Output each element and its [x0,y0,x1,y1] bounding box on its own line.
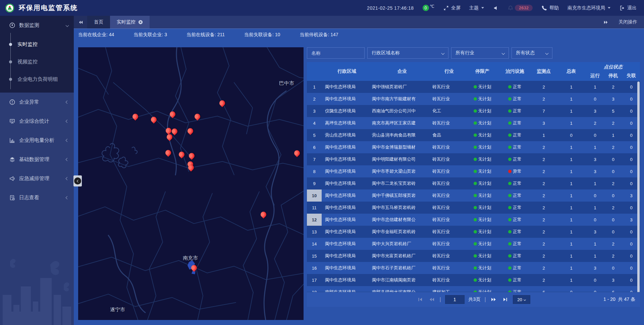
sidebar-item[interactable]: 日志查看 [0,188,74,207]
map-pin-icon[interactable] [294,150,300,156]
map-pin-icon[interactable] [166,128,172,134]
last-page-button[interactable] [501,296,509,303]
temperature-value: 0 [423,5,429,11]
sidebar-item[interactable]: 数据监测 [0,16,74,35]
table-row[interactable]: 12阆中生态环境局阆中市忠信建材有限公砖瓦行业无计划正常21003 [307,214,640,226]
page-size-select[interactable]: 20 [513,295,530,304]
sidebar-item[interactable]: 企业用电量分析 [0,131,74,150]
notification-count: 2632 [515,5,533,11]
status-dot-icon [508,218,512,221]
sidebar-subitem[interactable]: 实时监控 [0,36,74,53]
cell-monitor-points: 7 [531,105,556,117]
table-row[interactable]: 6阆中生态环境局阆中市金博瑞新型墙材砖瓦行业无计划正常21120 [307,141,640,153]
fullscreen-button[interactable]: 全屏 [443,5,461,11]
cell-region: 阆中生态环境局 [322,165,372,177]
bullet-dot-icon [9,78,12,81]
table-row[interactable]: 5营山生态环境局营山县润丰肉食品有限食品无计划正常10010 [307,129,640,141]
sidebar-item[interactable]: 企业综合统计 [0,112,74,131]
prev-page-button[interactable] [428,296,435,303]
cell-limit-production: 无计划 [466,189,499,202]
table-row[interactable]: 11阆中生态环境局阆中市五马桥页岩机砖砖瓦行业无计划正常21120 [307,202,640,214]
table-row[interactable]: 3仪陇生态环境局西南油气田分公司川中化工无计划正常71350 [307,105,640,117]
map-panel[interactable]: 巴中市南充市遂宁市 [78,47,304,320]
cell-total-meter: 1 [556,274,586,286]
chevron-down-icon [441,51,445,55]
map-pin-icon[interactable] [187,128,194,134]
column-header-region: 行政区域 [322,62,372,81]
map-pin-icon[interactable] [189,153,195,159]
map-pin-icon[interactable] [261,212,267,218]
org-dropdown[interactable]: 南充市生态环境局 [568,5,610,11]
table-row[interactable]: 17阆中生态环境局阆中市江南镇阆南页岩砖瓦行业无计划正常21030 [307,274,640,286]
table-row[interactable]: 8阆中生态环境局阆中市枣碧大梁山页岩砖瓦行业无计划异常21300 [307,165,640,177]
next-page-button[interactable] [490,296,497,303]
cell-running: 1 [586,81,604,93]
table-row[interactable]: 10阆中生态环境局阆中千佛镇五郎垭页岩砖瓦行业无计划正常21003 [307,189,640,202]
cell-company: 阆中市光富页岩机砖厂 [372,250,432,262]
cell-limit-production: 无计划 [466,153,499,165]
map-collapse-button[interactable] [73,175,82,186]
sidebar-item[interactable]: 应急减排管理 [0,169,74,188]
table-row[interactable]: 9阆中生态环境局阆中市二龙长宝页岩砖砖瓦行业无计划正常21120 [307,177,640,189]
table-row[interactable]: 1阆中生态环境局阆中强锐页岩砖厂砖瓦行业无计划正常21120 [307,81,640,93]
map-pin-icon[interactable] [195,114,201,120]
chevron-down-icon [524,298,526,301]
map-pin-icon[interactable] [151,117,157,123]
table-row[interactable]: 7阆中生态环境局阆中明阳建材有限公司砖瓦行业无计划正常21300 [307,153,640,165]
cell-industry: 砖瓦行业 [432,214,466,226]
theme-dropdown[interactable]: 主题 [469,5,484,11]
cell-monitor-points: 2 [531,262,556,274]
help-button[interactable]: 帮助 [541,5,559,11]
mute-button[interactable] [493,5,499,11]
table-row[interactable]: 4高坪生态环境局南充市高坪区王家店建砖瓦行业无计划正常31220 [307,117,640,129]
map-roads [78,47,304,320]
table-scrollbar[interactable] [637,82,640,303]
sidebar-subitem[interactable]: 企业电力负荷明细 [0,70,74,88]
tab-item[interactable]: 首页 [87,16,110,29]
table-row[interactable]: 16阆中生态环境局阆中市石子页岩机砖厂砖瓦行业无计划正常21300 [307,262,640,274]
map-pin-icon[interactable] [191,265,197,271]
first-page-button[interactable] [417,296,424,303]
tab-label: 实时监控 [117,19,136,25]
sidebar-subitem[interactable]: 视频监控 [0,53,74,70]
notification-badge[interactable]: 2632 [507,5,533,11]
chevron-down-icon [545,51,549,55]
cell-running: 3 [586,105,604,117]
table-row[interactable]: 14阆中生态环境局阆中大兴页岩机砖厂砖瓦行业无计划正常21120 [307,238,640,250]
page-number-input[interactable] [445,295,465,304]
filter-select[interactable]: 所有行业 [451,47,509,59]
tab-close-icon[interactable] [138,20,143,24]
map-pin-icon[interactable] [165,150,171,156]
map-pin-icon[interactable] [179,152,185,158]
cell-stopped: 2 [604,81,622,93]
filter-select[interactable]: 所有状态 [512,47,552,59]
table-row[interactable]: 15阆中生态环境局阆中市光富页岩机砖厂砖瓦行业无计划正常21120 [307,250,640,262]
sidebar-item[interactable]: 企业异常 [0,93,74,112]
map-pin-icon[interactable] [188,165,194,171]
cell-monitor-points: 2 [531,189,556,202]
sidebar-item[interactable]: 基础数据管理 [0,150,74,169]
map-pin-icon[interactable] [170,111,176,117]
cell-index: 5 [307,129,322,141]
status-dot-icon [474,230,477,233]
tabs-scroll-left-button[interactable] [74,16,87,29]
map-pin-icon[interactable] [167,134,173,140]
name-search-input[interactable] [307,47,365,59]
cell-index: 11 [307,202,322,214]
cell-limit-production: 无计划 [466,117,499,129]
exit-button[interactable]: 退出 [619,5,637,11]
map-pin-icon[interactable] [172,128,178,134]
map-pin-icon[interactable] [132,114,139,120]
table-row[interactable]: 13阆中生态环境局阆中市金福旺页岩机砖砖瓦行业无计划正常21300 [307,226,640,238]
filter-select[interactable]: 行政区域名称 [367,47,448,59]
status-metric: 当前失联企业: 3 [133,32,167,38]
tab-active[interactable]: 实时监控 [110,16,150,29]
status-dot-icon [474,109,477,113]
cell-limit-production: 无计划 [466,250,499,262]
table-row[interactable]: 2阆中生态环境局阆中市南方节能建材有砖瓦行业无计划正常21030 [307,93,640,105]
tabs-scroll-right-button[interactable] [599,20,612,25]
chevron-left-icon [66,139,69,142]
close-operations-button[interactable]: 关闭操作 [619,19,637,25]
map-pin-icon[interactable] [219,100,225,106]
status-dot-icon [474,182,477,185]
